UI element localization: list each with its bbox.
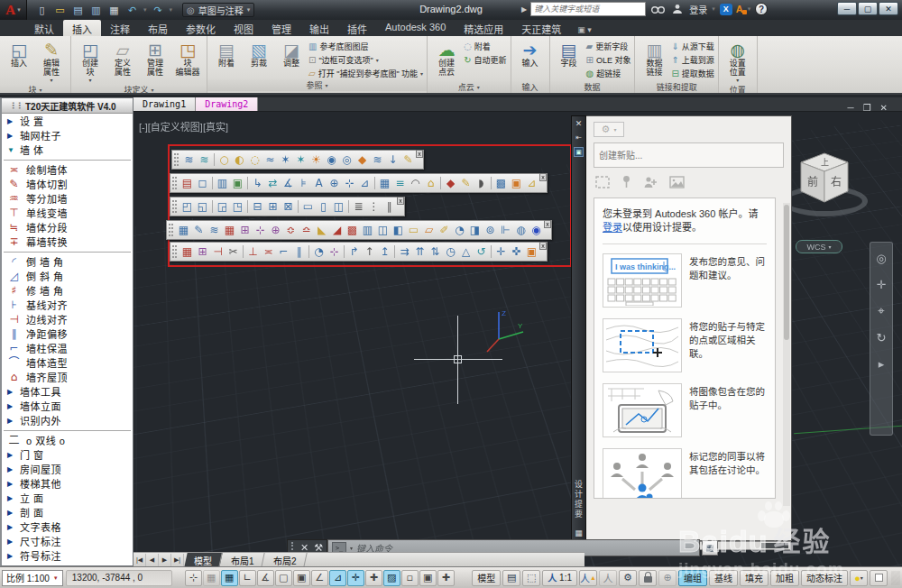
ribbon-tab-输出[interactable]: 输出: [300, 20, 338, 36]
model-space-button[interactable]: 模型: [472, 570, 501, 586]
wall-toolbar-icon[interactable]: ◧: [391, 223, 406, 237]
panel-footer-点云[interactable]: 点云▾: [428, 81, 510, 93]
ribbon-tab-参数化[interactable]: 参数化: [177, 20, 225, 36]
annotation-toolbar-icon[interactable]: ▦: [377, 176, 392, 190]
sidebar-item-文字表格[interactable]: ▶文字表格: [2, 519, 133, 534]
exchange-apps-icon[interactable]: X: [720, 4, 732, 15]
annotation-toolbar-icon[interactable]: ▣: [230, 176, 245, 190]
crosshair-toggle[interactable]: ✚: [365, 570, 382, 586]
render-toolbar-icon[interactable]: ◉: [324, 152, 339, 167]
infocenter-expand-icon[interactable]: ▶: [521, 5, 527, 14]
panel-footer-块[interactable]: 块▾: [0, 84, 70, 95]
frame-option-item[interactable]: ⊡"边框可变选项"▾: [308, 54, 423, 66]
annotation-toolbar-icon[interactable]: ⊧: [296, 176, 311, 190]
field-button[interactable]: ▤字段: [554, 39, 584, 69]
edit-toolbar-icon[interactable]: △: [458, 244, 474, 259]
edit-toolbar-icon[interactable]: ◷: [443, 244, 458, 259]
ribbon-tab-注释[interactable]: 注释: [101, 20, 139, 36]
hyperlink-item[interactable]: ◍超链接: [586, 68, 631, 79]
annotation-toolbar-icon[interactable]: ◗: [474, 176, 489, 190]
underlay-layers-item[interactable]: ▥参考底图图层: [308, 41, 423, 52]
update-field-item[interactable]: ▰更新字段: [586, 41, 631, 52]
annotation-toolbar-icon[interactable]: ⊿: [524, 176, 539, 190]
edit-toolbar-icon[interactable]: ↱: [346, 244, 362, 259]
help-icon[interactable]: ?: [755, 3, 768, 15]
maximize-button[interactable]: ▢: [858, 2, 878, 15]
close-button[interactable]: ✕: [879, 2, 898, 15]
annotation-toolbar-icon[interactable]: A: [311, 176, 327, 190]
panel-dialog-launcher-icon[interactable]: ◥: [207, 91, 427, 95]
edit-toolbar-icon[interactable]: ⇈: [412, 244, 428, 259]
sidebar-item-墙体立面[interactable]: ▶墙体立面: [2, 399, 133, 413]
wall-toolbar-icon[interactable]: ⊞: [237, 223, 253, 237]
vp-minimize-button[interactable]: ─: [848, 103, 854, 113]
ribbon-tab-overflow-icon[interactable]: ▣ ▾: [570, 23, 599, 36]
command-anchor-icon[interactable]: ▦: [702, 540, 718, 556]
import-button[interactable]: ➔输入: [515, 39, 546, 69]
draworder-toolbar-icon[interactable]: ◰: [179, 199, 195, 214]
zoom-icon[interactable]: ⌖: [878, 304, 884, 318]
ribbon-tab-Autodesk 360[interactable]: Autodesk 360: [376, 20, 455, 36]
signin-link[interactable]: 登录: [603, 222, 622, 233]
edit-toolbar-icon[interactable]: ✜: [509, 244, 524, 259]
panel-footer-块定义[interactable]: 块定义▾: [71, 84, 207, 95]
edit-toolbar-icon[interactable]: ↥: [377, 244, 392, 259]
draworder-toolbar-icon[interactable]: ∥: [382, 199, 397, 214]
draworder-toolbar-icon[interactable]: ◲: [215, 199, 230, 214]
sidebar-item-房间屋顶[interactable]: ▶房间屋顶: [2, 462, 133, 476]
ribbon-tab-天正建筑[interactable]: 天正建筑: [512, 20, 570, 36]
toolbar-grip[interactable]: [172, 245, 177, 258]
panel-footer-位置[interactable]: 位置: [719, 84, 757, 95]
sidebar-item-楼梯其他[interactable]: ▶楼梯其他: [2, 476, 133, 491]
feed-collapse-icon[interactable]: ⇤: [575, 133, 582, 142]
draworder-toolbar-icon[interactable]: ⊟: [250, 199, 265, 214]
edit-toolbar-icon[interactable]: ▦: [179, 244, 195, 259]
draworder-toolbar-icon[interactable]: ⊠: [281, 199, 296, 214]
draworder-toolbar-icon[interactable]: ≣: [351, 199, 366, 214]
wall-toolbar-icon[interactable]: ✐: [437, 223, 452, 237]
toolbar-grip[interactable]: [169, 224, 173, 236]
download-from-source-item[interactable]: ⇓从源下载: [671, 41, 713, 52]
save-as-icon[interactable]: ▥: [88, 3, 104, 17]
pointcloud-attach-item[interactable]: ◌附着: [464, 41, 506, 52]
new-file-icon[interactable]: ▯: [34, 3, 50, 17]
status-button-加粗[interactable]: 加粗: [770, 570, 799, 586]
toolbar-grip[interactable]: [172, 200, 177, 213]
sidebar-item-墙体分段[interactable]: ≒墙体分段: [2, 220, 133, 234]
isodraft-toggle[interactable]: ▢: [275, 570, 292, 586]
feed-settings-button[interactable]: ⚙ ▾: [594, 122, 624, 137]
transparency-toggle[interactable]: ▫: [401, 570, 419, 586]
autodesk360-icon[interactable]: A: [736, 4, 743, 14]
wcs-dropdown[interactable]: WCS ▾: [796, 240, 842, 253]
sidebar-item-修墙角[interactable]: ♯修 墙 角: [2, 283, 133, 298]
annotation-toolbar-icon[interactable]: ▩: [493, 176, 509, 190]
annotation-toolbar-icon[interactable]: ≡: [392, 176, 408, 190]
toolbar-close-icon[interactable]: x: [539, 242, 547, 250]
ortho-toggle[interactable]: ∟: [239, 570, 256, 586]
upload-to-source-item[interactable]: ⇑上载到源: [671, 54, 713, 66]
hatch-toggle[interactable]: ▨: [383, 570, 400, 586]
annotation-toolbar-icon[interactable]: ⇄: [265, 176, 281, 190]
viewport-controls-label[interactable]: [-][自定义视图][真实]: [139, 119, 228, 133]
vp-restore-button[interactable]: ❐: [863, 103, 871, 113]
render-toolbar-icon[interactable]: ↓: [385, 152, 400, 167]
sidebar-item-净距偏移[interactable]: ∥净距偏移: [2, 326, 133, 341]
redo-icon[interactable]: ↷: [151, 3, 166, 17]
draworder-toolbar-icon[interactable]: ▭: [300, 199, 316, 214]
sidebar-item-基线对齐[interactable]: ⊦基线对齐: [2, 298, 133, 312]
quickprop-toggle[interactable]: ✚: [437, 570, 455, 586]
annotation-toolbar-icon[interactable]: ↳: [250, 176, 265, 190]
wall-toolbar-icon[interactable]: ◨: [467, 223, 483, 237]
sidebar-item-墙齐屋顶[interactable]: ⌂墙齐屋顶: [2, 370, 133, 384]
signin-label[interactable]: 登录: [689, 3, 707, 16]
sidebar-item-立面[interactable]: ▶立 面: [2, 491, 133, 505]
extract-data-item[interactable]: ⊟提取数据: [671, 68, 713, 79]
sidebar-item-幕墙转换[interactable]: ∓幕墙转换: [2, 234, 133, 249]
clean-screen-button[interactable]: [870, 570, 888, 586]
clip-button[interactable]: ▧剪裁: [244, 39, 274, 69]
sidebar-item-尺寸标注[interactable]: ▶尺寸标注: [2, 534, 133, 548]
annotation-toolbar-icon[interactable]: ▣: [509, 176, 524, 190]
showmotion-icon[interactable]: ▸: [879, 357, 885, 371]
draworder-toolbar-icon[interactable]: ◫: [331, 199, 346, 214]
layout-tab-布局2[interactable]: 布局2: [263, 553, 307, 567]
